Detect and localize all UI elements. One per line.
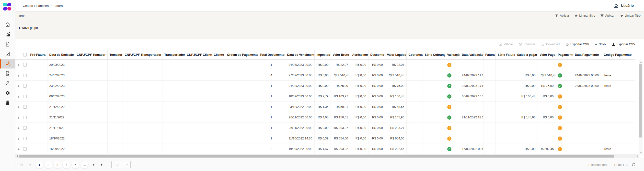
column-header-serie_fatura[interactable]: Série Fatura	[496, 50, 515, 60]
sidebar-item-users[interactable]	[0, 78, 16, 88]
sidebar-item-database[interactable]	[0, 98, 16, 108]
expand-row-button[interactable]: +	[17, 105, 20, 109]
row-checkbox[interactable]	[23, 116, 27, 119]
column-header-valor_liquido[interactable]: Valor Líquido	[385, 50, 406, 60]
column-header-saldo_a_pagar[interactable]: Saldo à pagar	[515, 50, 538, 60]
column-header-impostos[interactable]: Impostos	[314, 50, 330, 60]
row-checkbox[interactable]	[23, 105, 27, 108]
cell-pre_fatura	[28, 81, 47, 91]
user-menu[interactable]: Usuário	[613, 3, 634, 8]
cell-transportador	[162, 102, 185, 112]
column-header-serie_cobranca[interactable]: Série Cobrança	[422, 50, 445, 60]
success-icon: ✓	[447, 84, 452, 88]
export-csv-button-2[interactable]: Exportar CSV	[612, 42, 635, 46]
column-header-total_documentos[interactable]: Total Documentos	[258, 50, 285, 60]
scroll-up-arrow[interactable]	[639, 60, 642, 64]
cell-data_pagamento	[573, 133, 602, 144]
row-checkbox[interactable]	[23, 126, 27, 130]
column-header-cnpj_tomador[interactable]: CNPJ/CPF Tomador	[75, 50, 108, 60]
sidebar-item-analytics[interactable]	[0, 29, 16, 39]
vertical-scrollbar-thumb[interactable]	[639, 64, 642, 138]
export-csv-button-1[interactable]: Exportar CSV	[566, 42, 589, 46]
first-page-button[interactable]	[18, 161, 25, 168]
row-checkbox[interactable]	[23, 95, 27, 98]
column-header-valor_bruto[interactable]: Valor Bruto	[330, 50, 350, 60]
validate-button[interactable]: Validar	[499, 42, 513, 46]
column-header-cnpj_cliente[interactable]: CNPJ/CPF Cliente	[185, 50, 212, 60]
page-button-5[interactable]: 5	[72, 161, 79, 168]
expand-row-button[interactable]: +	[17, 126, 20, 130]
cell-codigo_pagamento: Teste	[602, 144, 635, 154]
column-header-acrescimo[interactable]: Acréscimo	[350, 50, 368, 60]
row-checkbox[interactable]	[23, 137, 27, 140]
column-header-data_vencimento[interactable]: Data de Vencimento	[285, 50, 314, 60]
expand-row-button[interactable]: +	[17, 63, 20, 67]
sidebar-item-reports[interactable]	[0, 68, 16, 78]
apply-filter-button-2[interactable]: Aplicar	[600, 14, 614, 17]
new-group-button[interactable]: + Novo grupo	[18, 26, 38, 30]
sidebar-item-billing[interactable]: $	[0, 59, 16, 68]
invalidate-button[interactable]: Invalidar	[519, 42, 535, 46]
sidebar-item-tasks[interactable]	[0, 49, 16, 59]
download-button[interactable]: Download	[541, 42, 560, 46]
sidebar-item-documents[interactable]	[0, 39, 16, 49]
last-page-button[interactable]	[99, 161, 106, 168]
refresh-button[interactable]	[632, 163, 636, 167]
scroll-right-arrow[interactable]	[636, 154, 639, 158]
row-checkbox[interactable]	[23, 84, 27, 88]
column-header-desconto[interactable]: Desconto	[368, 50, 385, 60]
page-button-4[interactable]: 4	[63, 161, 70, 168]
column-header-ordem_pagamento[interactable]: Ordem de Pagamento	[225, 50, 258, 60]
column-header-tomador[interactable]: Tomador	[108, 50, 122, 60]
column-header-valor_pago[interactable]: Valor Pago	[538, 50, 556, 60]
column-header-validacao[interactable]: Validação	[445, 50, 460, 60]
column-header-cliente[interactable]: Cliente	[212, 50, 225, 60]
column-header-codigo_pagamento[interactable]: Código Pagamento	[602, 50, 635, 60]
sidebar-item-settings[interactable]	[0, 88, 16, 98]
page-button-3[interactable]: 3	[54, 161, 61, 168]
expand-row-button[interactable]: +	[17, 136, 20, 141]
scroll-left-arrow[interactable]	[16, 154, 19, 158]
cell-cnpj_transportador	[122, 70, 162, 81]
pages-ellipsis-button[interactable]: ...	[81, 161, 88, 168]
refresh-icon	[632, 163, 636, 167]
column-header-data_validacao[interactable]: Data Validação	[460, 50, 483, 60]
column-header-cnpj_transportador[interactable]: CNPJ/CPF Transportador	[122, 50, 162, 60]
sidebar-toggle-button[interactable]	[11, 8, 16, 13]
page-button-1[interactable]: 1	[36, 161, 43, 168]
column-header-data_emissao[interactable]: Data de Emissão↓	[47, 50, 75, 60]
expand-row-button[interactable]: +	[17, 94, 20, 98]
expand-row-button[interactable]: +	[17, 74, 20, 78]
row-checkbox[interactable]	[23, 147, 27, 151]
page-button-2[interactable]: 2	[44, 161, 52, 168]
next-page-button[interactable]	[91, 161, 97, 168]
clear-filter-button-1[interactable]: Limpar filtro	[574, 14, 595, 17]
cell-ordem_pagamento	[225, 91, 258, 102]
breadcrumb-parent[interactable]: Gestão Financeira	[23, 4, 49, 8]
select-all-checkbox[interactable]	[23, 53, 27, 56]
sidebar-item-home[interactable]	[0, 20, 16, 29]
horizontal-scrollbar[interactable]	[16, 154, 639, 158]
row-checkbox[interactable]	[23, 63, 27, 66]
expand-row-button[interactable]: +	[17, 147, 20, 151]
column-header-pre_fatura[interactable]: Pré-Fatura↓	[28, 50, 47, 60]
column-header-data_pagamento[interactable]: Data Pagamento	[573, 50, 602, 60]
column-header-transportador[interactable]: Transportador	[162, 50, 185, 60]
page-size-select[interactable]: 12	[111, 161, 131, 168]
checkbox-cell	[22, 60, 28, 70]
column-header-fatura[interactable]: Fatura	[483, 50, 496, 60]
column-header-cobranca[interactable]: Cobrança	[406, 50, 422, 60]
previous-page-button[interactable]	[27, 161, 33, 168]
warning-icon: !	[558, 147, 562, 151]
new-button[interactable]: + Novo	[595, 42, 606, 46]
expand-row-button[interactable]: +	[17, 84, 20, 88]
expand-row-button[interactable]: +	[17, 116, 20, 120]
horizontal-scrollbar-thumb[interactable]	[19, 154, 614, 158]
vertical-scrollbar[interactable]	[639, 60, 642, 154]
column-label: Data Validação	[462, 53, 484, 56]
scroll-down-arrow[interactable]	[639, 151, 642, 154]
row-checkbox[interactable]	[23, 74, 27, 77]
apply-filter-button-1[interactable]: Aplicar	[555, 14, 569, 17]
column-header-pagamento[interactable]: Pagamento	[556, 50, 573, 60]
clear-filter-button-2[interactable]: Limpar filtro	[620, 14, 640, 17]
